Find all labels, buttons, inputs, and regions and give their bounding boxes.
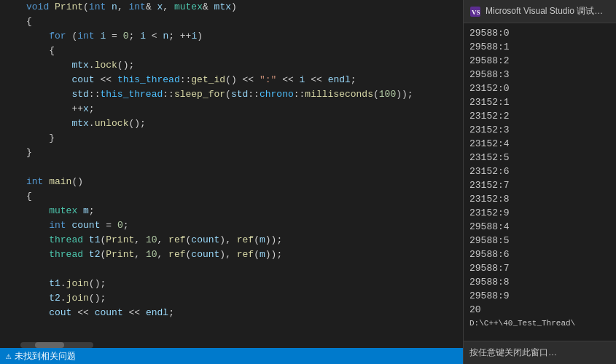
code-line: void Print(int n, int& x, mutex& mtx) xyxy=(0,0,463,15)
output-path-line: D:\C++\40_Test_Thread\ xyxy=(469,317,610,331)
warning-icon: ⚠ xyxy=(6,350,12,362)
code-line: cout << this_thread::get_id() << ":" << … xyxy=(0,73,463,87)
code-line: t2.join(); xyxy=(0,291,463,306)
horizontal-scrollbar[interactable] xyxy=(20,342,93,348)
code-line: t1.join(); xyxy=(0,277,463,291)
code-line: { xyxy=(0,15,463,29)
code-line: mtx.lock(); xyxy=(0,58,463,73)
code-content[interactable]: void Print(int n, int& x, mutex& mtx){ f… xyxy=(0,0,463,364)
output-line: 29588:2 xyxy=(469,54,610,68)
output-line: 29588:4 xyxy=(469,220,610,234)
output-line: 29588:3 xyxy=(469,68,610,82)
code-line: cout << count << endl; xyxy=(0,306,463,320)
vs-icon: VS xyxy=(469,6,481,17)
code-line: { xyxy=(0,44,463,58)
code-line: mutex m; xyxy=(0,204,463,218)
output-line: 23152:2 xyxy=(469,109,610,123)
code-line: ++x; xyxy=(0,102,463,116)
code-line: } xyxy=(0,131,463,146)
code-line: mtx.unlock(); xyxy=(0,116,463,131)
output-line: 23152:4 xyxy=(469,137,610,151)
code-line xyxy=(0,262,463,277)
code-line: int main() xyxy=(0,175,463,189)
output-line: 23152:8 xyxy=(469,192,610,206)
code-editor: void Print(int n, int& x, mutex& mtx){ f… xyxy=(0,0,463,364)
output-line: 29588:6 xyxy=(469,248,610,261)
svg-text:VS: VS xyxy=(472,9,480,16)
code-line: thread t2(Print, 10, ref(count), ref(m))… xyxy=(0,248,463,262)
footer-text: 按任意键关闭此窗口… xyxy=(469,347,557,359)
output-line: 23152:0 xyxy=(469,82,610,95)
output-line: 23152:1 xyxy=(469,95,610,109)
output-titlebar: VS Microsoft Visual Studio 调试… xyxy=(464,0,616,23)
code-line: for (int i = 0; i < n; ++i) xyxy=(0,29,463,44)
status-warning: ⚠ 未找到相关问题 xyxy=(6,350,76,363)
scrollbar-thumb[interactable] xyxy=(35,342,64,348)
output-line: 29588:8 xyxy=(469,275,610,289)
output-panel: VS Microsoft Visual Studio 调试… 29588:029… xyxy=(463,0,616,364)
output-line: 20 xyxy=(469,303,610,317)
output-line: 23152:5 xyxy=(469,151,610,165)
code-line: } xyxy=(0,146,463,160)
code-line xyxy=(0,160,463,175)
output-line: 29588:9 xyxy=(469,289,610,303)
output-line: 29588:7 xyxy=(469,261,610,275)
output-line: 29588:1 xyxy=(469,40,610,54)
output-line: 23152:3 xyxy=(469,123,610,137)
code-line: { xyxy=(0,189,463,204)
output-line: 23152:9 xyxy=(469,206,610,220)
warning-text: 未找到相关问题 xyxy=(15,350,76,363)
output-line: 23152:7 xyxy=(469,178,610,192)
output-title: Microsoft Visual Studio 调试… xyxy=(486,5,603,17)
output-line: 29588:0 xyxy=(469,26,610,40)
code-line: std::this_thread::sleep_for(std::chrono:… xyxy=(0,87,463,102)
status-bar: ⚠ 未找到相关问题 xyxy=(0,348,463,364)
code-line: int count = 0; xyxy=(0,218,463,233)
code-line: thread t1(Print, 10, ref(count), ref(m))… xyxy=(0,233,463,248)
output-footer: 按任意键关闭此窗口… xyxy=(464,341,616,364)
output-line: 23152:6 xyxy=(469,165,610,178)
output-content[interactable]: 29588:029588:129588:229588:323152:023152… xyxy=(464,23,616,341)
output-line: 29588:5 xyxy=(469,234,610,248)
